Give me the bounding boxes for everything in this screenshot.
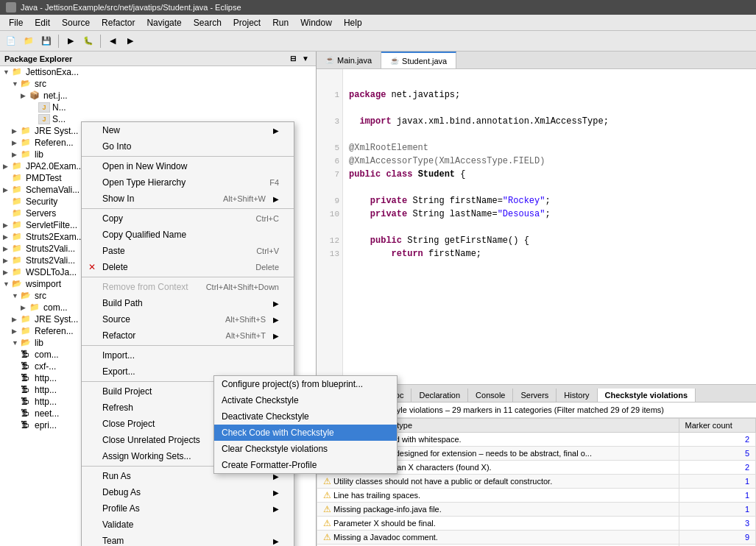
ctx-paste[interactable]: Paste Ctrl+V <box>82 243 294 259</box>
warning-icon: ⚠ <box>323 518 331 528</box>
table-row[interactable]: ⚠ Utility classes should not have a publ… <box>317 475 756 489</box>
ctx-build-path[interactable]: Build Path ▶ <box>82 295 294 311</box>
toolbar-new-btn[interactable]: 📄 <box>3 33 19 49</box>
tab-history[interactable]: History <box>557 389 597 402</box>
ctx-delete[interactable]: ✕ Delete Delete <box>82 259 294 275</box>
package-explorer-label: Package Explorer <box>4 54 72 63</box>
context-menu: New ▶ Go Into Open in New Window Open Ty… <box>81 121 294 546</box>
menu-file[interactable]: File <box>3 16 29 29</box>
toolbar-back-btn[interactable]: ◀ <box>105 33 121 49</box>
ctx-sep-1 <box>82 156 294 157</box>
collapse-btn[interactable]: ⊟ <box>288 54 298 63</box>
violation-count: 1 <box>679 503 756 517</box>
tree-item-jettison[interactable]: ▼ 📁 JettisonExa... <box>0 66 316 78</box>
violation-type: ⚠ Parameter X should be final. <box>317 517 679 531</box>
ctx-profile-as[interactable]: Profile As ▶ <box>82 500 294 517</box>
checkstyle-submenu: Configure project(s) from blueprint... A… <box>213 375 398 474</box>
java-file-icon: ☕ <box>325 56 334 64</box>
package-explorer-title: Package Explorer ⊟ ▼ <box>0 52 316 66</box>
ctx-import[interactable]: Import... <box>82 347 294 364</box>
ctx-debug-as[interactable]: Debug As ▶ <box>82 484 294 500</box>
window-title: Java - JettisonExample/src/net/javatips/… <box>21 3 241 12</box>
violation-count: 3 <box>679 517 756 531</box>
tab-console[interactable]: Console <box>468 389 513 402</box>
col-count[interactable]: Marker count <box>679 419 756 433</box>
toolbar-run-btn[interactable]: ▶ <box>63 33 79 49</box>
violation-count: 2 <box>679 461 756 475</box>
ctx-go-into[interactable]: Go Into <box>82 138 294 155</box>
menu-btn[interactable]: ▼ <box>300 54 311 63</box>
java-file-icon-2: ☕ <box>390 57 399 65</box>
table-row[interactable]: ⚠ Missing a Javadoc comment. 9 <box>317 531 756 545</box>
warning-icon: ⚠ <box>323 532 331 542</box>
ctx-remove-from-context[interactable]: Remove from Context Ctrl+Alt+Shift+Down <box>82 279 294 295</box>
toolbar-save-btn[interactable]: 💾 <box>38 33 54 49</box>
toolbar: 📄 📁 💾 ▶ 🐛 ◀ ▶ <box>0 31 756 52</box>
ctx-show-in[interactable]: Show In Alt+Shift+W▶ <box>82 191 294 207</box>
sub-clear-violations[interactable]: Clear Checkstyle violations <box>214 441 397 457</box>
ctx-validate[interactable]: Validate <box>82 517 294 533</box>
table-row[interactable]: ⚠ Missing package-info.java file. 1 <box>317 503 756 517</box>
menu-project[interactable]: Project <box>227 16 266 29</box>
tree-item-src[interactable]: ▼ 📂 src <box>0 78 316 90</box>
tab-main-java[interactable]: ☕ Main.java <box>317 52 381 68</box>
menu-edit[interactable]: Edit <box>29 16 56 29</box>
sub-activate-checkstyle[interactable]: Activate Checkstyle <box>214 392 397 408</box>
delete-icon: ✕ <box>86 262 98 272</box>
toolbar-open-btn[interactable]: 📁 <box>21 33 37 49</box>
violation-count: 5 <box>679 447 756 461</box>
menu-help[interactable]: Help <box>338 16 368 29</box>
editor-area: ☕ Main.java ☕ Student.java 1 3 5 6 <box>317 52 756 384</box>
tab-checkstyle-violations[interactable]: Checkstyle violations <box>598 389 696 402</box>
toolbar-fwd-btn[interactable]: ▶ <box>122 33 138 49</box>
ctx-new[interactable]: New ▶ <box>82 122 294 138</box>
main-layout: Package Explorer ⊟ ▼ ▼ 📁 JettisonExa... … <box>0 52 756 546</box>
panel-title-buttons: ⊟ ▼ <box>288 54 311 63</box>
sub-deactivate-checkstyle[interactable]: Deactivate Checkstyle <box>214 408 397 425</box>
ctx-open-type-hierarchy[interactable]: Open Type Hierarchy F4 <box>82 174 294 191</box>
ctx-open-new-window[interactable]: Open in New Window <box>82 158 294 174</box>
package-explorer: Package Explorer ⊟ ▼ ▼ 📁 JettisonExa... … <box>0 52 317 546</box>
editor-tabs: ☕ Main.java ☕ Student.java <box>317 52 756 69</box>
line-numbers: 1 3 5 6 7 9 10 12 13 <box>317 69 343 384</box>
sub-create-formatter[interactable]: Create Formatter-Profile <box>214 457 397 473</box>
code-area[interactable]: 1 3 5 6 7 9 10 12 13 package net.javatip… <box>317 69 756 384</box>
menu-window[interactable]: Window <box>294 16 338 29</box>
code-content[interactable]: package net.javatips; import javax.xml.b… <box>343 69 756 384</box>
violation-type: ⚠ Utility classes should not have a publ… <box>317 475 679 489</box>
violation-type: ⚠ Line has trailing spaces. <box>317 489 679 503</box>
app-icon <box>6 2 16 13</box>
tab-servers[interactable]: Servers <box>513 389 557 402</box>
ctx-sep-3 <box>82 277 294 277</box>
tab-declaration[interactable]: Declaration <box>411 389 468 402</box>
violation-type: ⚠ Missing a Javadoc comment. <box>317 531 679 545</box>
tree-item-net[interactable]: ▶ 📦 net.j... <box>0 90 316 102</box>
sub-check-code[interactable]: Check Code with Checkstyle <box>214 425 397 441</box>
warning-icon: ⚠ <box>323 476 331 486</box>
sub-configure-blueprint[interactable]: Configure project(s) from blueprint... <box>214 376 397 392</box>
violation-count: 9 <box>679 531 756 545</box>
ctx-copy[interactable]: Copy Ctrl+C <box>82 210 294 227</box>
ctx-sep-2 <box>82 208 294 209</box>
menu-source[interactable]: Source <box>56 16 96 29</box>
tab-student-java[interactable]: ☕ Student.java <box>381 52 456 68</box>
ctx-refactor[interactable]: Refactor Alt+Shift+T▶ <box>82 327 294 344</box>
ctx-copy-qualified[interactable]: Copy Qualified Name <box>82 227 294 243</box>
warning-icon: ⚠ <box>323 490 331 500</box>
table-row[interactable]: ⚠ Line has trailing spaces. 1 <box>317 489 756 503</box>
violation-type: ⚠ Missing package-info.java file. <box>317 503 679 517</box>
table-row[interactable]: ⚠ Parameter X should be final. 3 <box>317 517 756 531</box>
menu-bar: File Edit Source Refactor Navigate Searc… <box>0 15 756 31</box>
ctx-team[interactable]: Team ▶ <box>82 533 294 546</box>
violation-count: 1 <box>679 489 756 503</box>
violation-count: 1 <box>679 475 756 489</box>
tree-item-n[interactable]: J N... <box>0 102 316 113</box>
menu-run[interactable]: Run <box>266 16 294 29</box>
menu-navigate[interactable]: Navigate <box>141 16 187 29</box>
menu-search[interactable]: Search <box>188 16 227 29</box>
menu-refactor[interactable]: Refactor <box>96 16 141 29</box>
violation-count: 2 <box>679 433 756 447</box>
ctx-source[interactable]: Source Alt+Shift+S▶ <box>82 311 294 327</box>
toolbar-debug-btn[interactable]: 🐛 <box>80 33 96 49</box>
toolbar-sep-2 <box>100 35 101 48</box>
